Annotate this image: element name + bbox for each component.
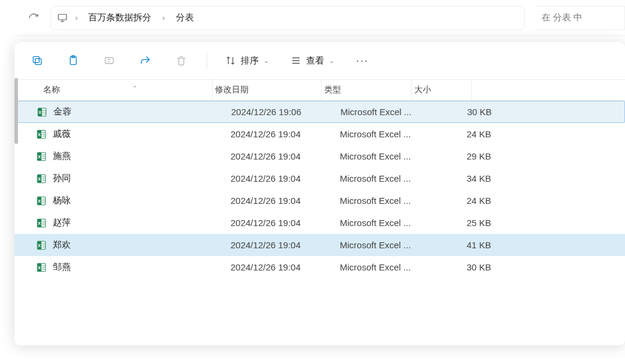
share-icon[interactable]	[138, 53, 152, 68]
copy-icon[interactable]	[30, 53, 44, 68]
toolbar: 排序 ⌄ 查看 ⌄ ···	[14, 42, 625, 79]
file-type: Microsoft Excel ...	[340, 173, 435, 183]
file-date: 2024/12/26 19:06	[231, 107, 340, 117]
excel-file-icon: X	[36, 173, 47, 184]
clipboard-icon[interactable]	[66, 53, 80, 68]
excel-file-icon: X	[36, 262, 47, 273]
file-type: Microsoft Excel ...	[340, 195, 435, 206]
scrollbar-thumb[interactable]	[14, 78, 18, 144]
file-date: 2024/12/26 19:04	[231, 173, 340, 183]
rename-icon[interactable]	[102, 53, 116, 68]
file-date: 2024/12/26 19:04	[231, 195, 340, 206]
file-name: 金蓉	[53, 106, 71, 118]
excel-file-icon: X	[36, 218, 47, 228]
svg-text:X: X	[38, 243, 41, 248]
file-size: 24 KB	[435, 129, 495, 139]
svg-rect-1	[35, 59, 41, 65]
chevron-right-icon: ›	[157, 13, 169, 22]
search-input[interactable]: 在 分表 中	[534, 6, 625, 30]
file-size: 30 KB	[435, 262, 495, 272]
sort-caret-icon: ⌃	[132, 85, 137, 92]
file-size: 29 KB	[435, 151, 495, 161]
chevron-down-icon: ⌄	[329, 57, 334, 65]
column-size[interactable]: 大小	[412, 80, 472, 100]
excel-file-icon: X	[36, 195, 47, 206]
file-name: 孙同	[53, 173, 71, 184]
file-type: Microsoft Excel ...	[340, 129, 435, 139]
breadcrumb-segment[interactable]: 百万条数据拆分	[85, 10, 155, 26]
file-name: 杨咏	[53, 195, 71, 206]
chevron-down-icon: ⌄	[264, 57, 269, 65]
svg-text:X: X	[38, 265, 41, 270]
table-row[interactable]: X 孙同 2024/12/26 19:04 Microsoft Excel ..…	[14, 167, 625, 189]
file-list: X 金蓉 2024/12/26 19:06 Microsoft Excel ..…	[14, 101, 625, 278]
sort-label: 排序	[241, 55, 259, 67]
file-type: Microsoft Excel ...	[340, 262, 435, 272]
svg-text:X: X	[38, 154, 41, 160]
file-name: 施燕	[53, 151, 71, 162]
svg-text:X: X	[38, 176, 41, 182]
view-label: 查看	[306, 55, 324, 67]
chevron-right-icon: ›	[70, 13, 82, 22]
excel-file-icon: X	[37, 107, 47, 118]
view-dropdown[interactable]: 查看 ⌄	[291, 55, 334, 67]
file-size: 30 KB	[435, 107, 495, 117]
refresh-button[interactable]	[22, 6, 46, 30]
file-type: Microsoft Excel ...	[340, 218, 435, 228]
svg-rect-2	[33, 56, 39, 62]
file-type: Microsoft Excel ...	[340, 240, 435, 250]
breadcrumb-segment[interactable]: 分表	[172, 10, 198, 26]
table-header: 名称 ⌃ 修改日期 类型 大小	[14, 79, 625, 101]
table-row[interactable]: X 施燕 2024/12/26 19:04 Microsoft Excel ..…	[14, 145, 625, 167]
table-row[interactable]: X 邹燕 2024/12/26 19:04 Microsoft Excel ..…	[14, 256, 625, 278]
breadcrumb[interactable]: › 百万条数据拆分 › 分表	[50, 6, 525, 30]
file-name: 赵萍	[53, 217, 71, 228]
svg-text:X: X	[38, 198, 41, 204]
separator	[207, 53, 207, 68]
file-size: 25 KB	[435, 218, 495, 228]
svg-rect-5	[105, 58, 113, 64]
svg-text:X: X	[38, 132, 41, 137]
monitor-icon	[57, 13, 68, 23]
delete-icon[interactable]	[174, 53, 189, 68]
file-date: 2024/12/26 19:04	[231, 262, 340, 272]
table-row[interactable]: X 郑欢 2024/12/26 19:04 Microsoft Excel ..…	[14, 234, 625, 256]
table-row[interactable]: X 杨咏 2024/12/26 19:04 Microsoft Excel ..…	[14, 189, 625, 212]
file-date: 2024/12/26 19:04	[231, 151, 340, 161]
file-name: 邹燕	[53, 261, 71, 273]
svg-rect-0	[58, 14, 67, 20]
svg-text:X: X	[38, 221, 41, 226]
file-size: 34 KB	[435, 173, 495, 183]
excel-file-icon: X	[36, 151, 47, 162]
column-name[interactable]: 名称 ⌃	[14, 80, 213, 100]
table-row[interactable]: X 戚薇 2024/12/26 19:04 Microsoft Excel ..…	[14, 123, 625, 145]
excel-file-icon: X	[36, 240, 47, 251]
more-button[interactable]: ···	[356, 55, 369, 67]
file-date: 2024/12/26 19:04	[231, 240, 340, 250]
column-type[interactable]: 类型	[322, 80, 412, 100]
file-date: 2024/12/26 19:04	[231, 129, 340, 139]
address-bar: › 百万条数据拆分 › 分表 在 分表 中	[14, 0, 625, 36]
file-size: 24 KB	[435, 195, 495, 206]
file-type: Microsoft Excel ...	[340, 151, 435, 161]
table-row[interactable]: X 金蓉 2024/12/26 19:06 Microsoft Excel ..…	[14, 101, 625, 123]
file-name: 戚薇	[53, 128, 71, 140]
file-date: 2024/12/26 19:04	[231, 218, 340, 228]
file-name: 郑欢	[53, 239, 71, 251]
sort-dropdown[interactable]: 排序 ⌄	[225, 55, 269, 67]
excel-file-icon: X	[36, 129, 47, 140]
file-size: 41 KB	[435, 240, 495, 250]
svg-text:X: X	[38, 110, 41, 115]
table-row[interactable]: X 赵萍 2024/12/26 19:04 Microsoft Excel ..…	[14, 212, 625, 234]
column-date[interactable]: 修改日期	[213, 80, 322, 100]
file-panel: 排序 ⌄ 查看 ⌄ ··· 名称 ⌃ 修改日期 类型 大小 X 金蓉	[14, 42, 625, 345]
file-type: Microsoft Excel ...	[340, 107, 435, 117]
